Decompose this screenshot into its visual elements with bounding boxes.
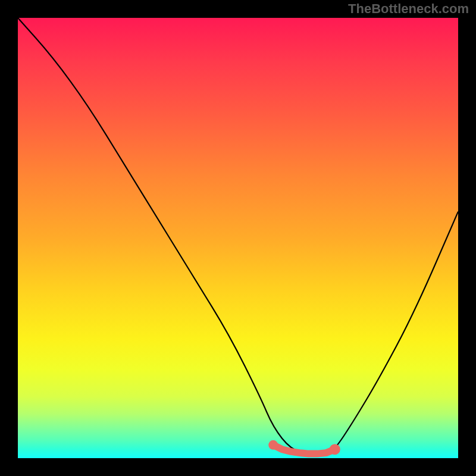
optimal-marker-start-dot bbox=[268, 440, 278, 450]
bottleneck-curve-line bbox=[18, 18, 458, 454]
optimal-marker-line bbox=[273, 445, 335, 454]
optimal-marker-end-dot bbox=[330, 444, 340, 455]
chart-container: TheBottleneck.com bbox=[0, 0, 476, 476]
chart-svg bbox=[18, 18, 458, 458]
watermark-text: TheBottleneck.com bbox=[348, 1, 469, 17]
plot-area bbox=[18, 18, 458, 458]
